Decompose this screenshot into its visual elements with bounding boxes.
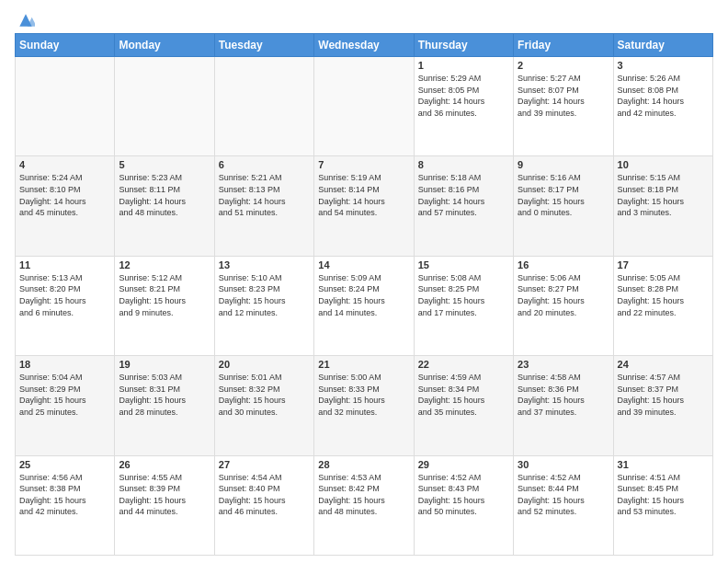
day-info: Sunrise: 5:15 AMSunset: 8:18 PMDaylight:…: [618, 172, 709, 218]
calendar-cell: 14Sunrise: 5:09 AMSunset: 8:24 PMDayligh…: [314, 256, 414, 355]
day-number: 27: [219, 459, 310, 470]
day-number: 11: [19, 259, 110, 270]
day-info: Sunrise: 5:09 AMSunset: 8:24 PMDaylight:…: [318, 272, 409, 318]
calendar-cell: 30Sunrise: 4:52 AMSunset: 8:44 PMDayligh…: [514, 455, 613, 555]
day-info: Sunrise: 5:21 AMSunset: 8:13 PMDaylight:…: [219, 172, 310, 218]
day-info: Sunrise: 4:58 AMSunset: 8:36 PMDaylight:…: [518, 372, 609, 418]
day-number: 6: [219, 159, 310, 170]
weekday-header-saturday: Saturday: [613, 34, 712, 57]
calendar-cell: 11Sunrise: 5:13 AMSunset: 8:20 PMDayligh…: [16, 256, 115, 355]
calendar-cell: 23Sunrise: 4:58 AMSunset: 8:36 PMDayligh…: [514, 356, 613, 455]
day-number: 25: [19, 459, 110, 470]
calendar-cell: 16Sunrise: 5:06 AMSunset: 8:27 PMDayligh…: [514, 256, 613, 355]
calendar-cell: 28Sunrise: 4:53 AMSunset: 8:42 PMDayligh…: [314, 455, 414, 555]
header: [15, 11, 713, 26]
calendar-cell: 4Sunrise: 5:24 AMSunset: 8:10 PMDaylight…: [16, 156, 115, 256]
day-info: Sunrise: 5:05 AMSunset: 8:28 PMDaylight:…: [618, 272, 709, 318]
day-info: Sunrise: 5:08 AMSunset: 8:25 PMDaylight:…: [418, 272, 509, 318]
logo-icon: [17, 11, 35, 29]
calendar-cell: [314, 57, 414, 156]
calendar-cell: 12Sunrise: 5:12 AMSunset: 8:21 PMDayligh…: [115, 256, 214, 355]
day-number: 12: [119, 259, 210, 270]
calendar-cell: 31Sunrise: 4:51 AMSunset: 8:45 PMDayligh…: [613, 455, 712, 555]
day-number: 9: [518, 159, 609, 170]
day-info: Sunrise: 4:54 AMSunset: 8:40 PMDaylight:…: [219, 472, 310, 518]
weekday-header-sunday: Sunday: [16, 34, 115, 57]
calendar-cell: 9Sunrise: 5:16 AMSunset: 8:17 PMDaylight…: [514, 156, 613, 256]
calendar-week-row-1: 4Sunrise: 5:24 AMSunset: 8:10 PMDaylight…: [16, 156, 713, 256]
calendar-cell: [115, 57, 214, 156]
calendar-cell: 17Sunrise: 5:05 AMSunset: 8:28 PMDayligh…: [613, 256, 712, 355]
day-number: 2: [518, 60, 609, 71]
day-number: 23: [518, 359, 609, 370]
calendar-cell: 19Sunrise: 5:03 AMSunset: 8:31 PMDayligh…: [115, 356, 214, 455]
calendar-cell: 20Sunrise: 5:01 AMSunset: 8:32 PMDayligh…: [214, 356, 313, 455]
day-info: Sunrise: 5:23 AMSunset: 8:11 PMDaylight:…: [119, 172, 210, 218]
calendar-cell: 29Sunrise: 4:52 AMSunset: 8:43 PMDayligh…: [414, 455, 513, 555]
day-info: Sunrise: 5:00 AMSunset: 8:33 PMDaylight:…: [318, 372, 409, 418]
calendar-cell: 27Sunrise: 4:54 AMSunset: 8:40 PMDayligh…: [214, 455, 313, 555]
day-number: 26: [119, 459, 210, 470]
calendar-cell: 24Sunrise: 4:57 AMSunset: 8:37 PMDayligh…: [613, 356, 712, 455]
day-number: 29: [418, 459, 509, 470]
calendar-cell: 8Sunrise: 5:18 AMSunset: 8:16 PMDaylight…: [414, 156, 513, 256]
day-info: Sunrise: 4:57 AMSunset: 8:37 PMDaylight:…: [618, 372, 709, 418]
day-info: Sunrise: 4:51 AMSunset: 8:45 PMDaylight:…: [618, 472, 709, 518]
day-info: Sunrise: 5:01 AMSunset: 8:32 PMDaylight:…: [219, 372, 310, 418]
day-number: 10: [618, 159, 709, 170]
day-number: 13: [219, 259, 310, 270]
day-number: 24: [618, 359, 709, 370]
day-info: Sunrise: 5:12 AMSunset: 8:21 PMDaylight:…: [119, 272, 210, 318]
calendar-cell: [16, 57, 115, 156]
day-number: 5: [119, 159, 210, 170]
day-info: Sunrise: 5:24 AMSunset: 8:10 PMDaylight:…: [19, 172, 110, 218]
day-number: 4: [19, 159, 110, 170]
day-info: Sunrise: 5:04 AMSunset: 8:29 PMDaylight:…: [19, 372, 110, 418]
weekday-header-thursday: Thursday: [414, 34, 513, 57]
weekday-header-row: SundayMondayTuesdayWednesdayThursdayFrid…: [16, 34, 713, 57]
calendar-cell: 10Sunrise: 5:15 AMSunset: 8:18 PMDayligh…: [613, 156, 712, 256]
calendar-cell: 25Sunrise: 4:56 AMSunset: 8:38 PMDayligh…: [16, 455, 115, 555]
weekday-header-friday: Friday: [514, 34, 613, 57]
calendar-table: SundayMondayTuesdayWednesdayThursdayFrid…: [15, 33, 713, 556]
day-info: Sunrise: 5:27 AMSunset: 8:07 PMDaylight:…: [518, 73, 609, 119]
day-number: 20: [219, 359, 310, 370]
day-number: 17: [618, 259, 709, 270]
day-number: 31: [618, 459, 709, 470]
day-info: Sunrise: 4:52 AMSunset: 8:44 PMDaylight:…: [518, 472, 609, 518]
day-number: 8: [418, 159, 509, 170]
logo: [15, 11, 35, 26]
day-info: Sunrise: 4:53 AMSunset: 8:42 PMDaylight:…: [318, 472, 409, 518]
calendar-cell: 1Sunrise: 5:29 AMSunset: 8:05 PMDaylight…: [414, 57, 513, 156]
calendar-cell: 2Sunrise: 5:27 AMSunset: 8:07 PMDaylight…: [514, 57, 613, 156]
day-info: Sunrise: 4:55 AMSunset: 8:39 PMDaylight:…: [119, 472, 210, 518]
day-number: 7: [318, 159, 409, 170]
calendar-cell: 13Sunrise: 5:10 AMSunset: 8:23 PMDayligh…: [214, 256, 313, 355]
day-number: 1: [418, 60, 509, 71]
day-number: 18: [19, 359, 110, 370]
day-info: Sunrise: 5:13 AMSunset: 8:20 PMDaylight:…: [19, 272, 110, 318]
calendar-cell: 5Sunrise: 5:23 AMSunset: 8:11 PMDaylight…: [115, 156, 214, 256]
calendar-cell: 18Sunrise: 5:04 AMSunset: 8:29 PMDayligh…: [16, 356, 115, 455]
calendar-week-row-0: 1Sunrise: 5:29 AMSunset: 8:05 PMDaylight…: [16, 57, 713, 156]
day-info: Sunrise: 5:18 AMSunset: 8:16 PMDaylight:…: [418, 172, 509, 218]
day-number: 14: [318, 259, 409, 270]
day-info: Sunrise: 5:06 AMSunset: 8:27 PMDaylight:…: [518, 272, 609, 318]
day-info: Sunrise: 5:16 AMSunset: 8:17 PMDaylight:…: [518, 172, 609, 218]
day-info: Sunrise: 5:03 AMSunset: 8:31 PMDaylight:…: [119, 372, 210, 418]
day-info: Sunrise: 5:19 AMSunset: 8:14 PMDaylight:…: [318, 172, 409, 218]
day-info: Sunrise: 5:29 AMSunset: 8:05 PMDaylight:…: [418, 73, 509, 119]
calendar-cell: 15Sunrise: 5:08 AMSunset: 8:25 PMDayligh…: [414, 256, 513, 355]
day-info: Sunrise: 4:59 AMSunset: 8:34 PMDaylight:…: [418, 372, 509, 418]
weekday-header-monday: Monday: [115, 34, 214, 57]
calendar-cell: 22Sunrise: 4:59 AMSunset: 8:34 PMDayligh…: [414, 356, 513, 455]
calendar-week-row-3: 18Sunrise: 5:04 AMSunset: 8:29 PMDayligh…: [16, 356, 713, 455]
calendar-cell: [214, 57, 313, 156]
day-info: Sunrise: 5:26 AMSunset: 8:08 PMDaylight:…: [618, 73, 709, 119]
day-info: Sunrise: 4:56 AMSunset: 8:38 PMDaylight:…: [19, 472, 110, 518]
calendar-cell: 7Sunrise: 5:19 AMSunset: 8:14 PMDaylight…: [314, 156, 414, 256]
day-number: 28: [318, 459, 409, 470]
weekday-header-wednesday: Wednesday: [314, 34, 414, 57]
day-number: 30: [518, 459, 609, 470]
page: SundayMondayTuesdayWednesdayThursdayFrid…: [0, 0, 728, 563]
